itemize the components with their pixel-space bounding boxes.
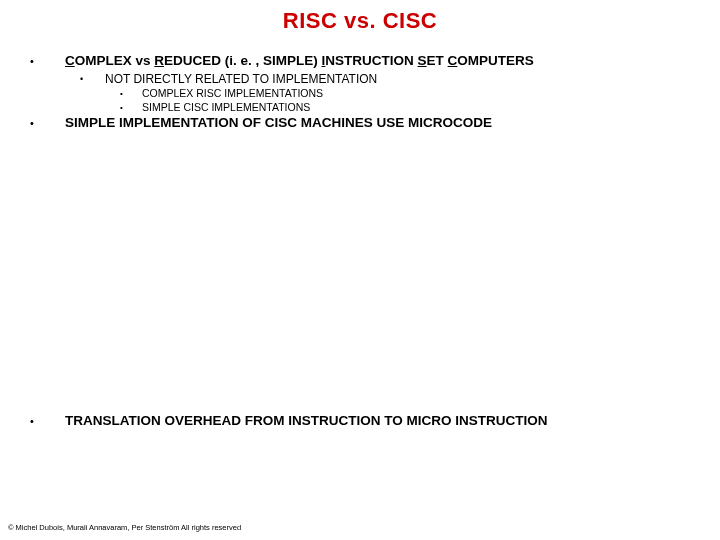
item-text: SIMPLE IMPLEMENTATION OF CISC MACHINES U… (65, 114, 492, 132)
item-text: NOT DIRECTLY RELATED TO IMPLEMENTATION (105, 72, 377, 88)
copyright-footer: © Michel Dubois, Murali Annavaram, Per S… (8, 523, 241, 532)
bullet-list-level3: • COMPLEX RISC IMPLEMENTATIONS • SIMPLE … (120, 87, 700, 114)
item-text: SIMPLE CISC IMPLEMENTATIONS (142, 101, 310, 115)
list-item: • COMPLEX RISC IMPLEMENTATIONS (120, 87, 700, 101)
bullet-list-level1: • TRANSLATION OVERHEAD FROM INSTRUCTION … (30, 412, 700, 430)
bullet-icon: • (80, 72, 105, 84)
spacer (20, 134, 700, 412)
list-item: • TRANSLATION OVERHEAD FROM INSTRUCTION … (30, 412, 700, 430)
bullet-icon: • (120, 87, 142, 98)
bullet-list-level2: • NOT DIRECTLY RELATED TO IMPLEMENTATION (80, 72, 700, 88)
bullet-icon: • (30, 412, 65, 427)
item-text: COMPLEX RISC IMPLEMENTATIONS (142, 87, 323, 101)
bullet-icon: • (30, 52, 65, 67)
bullet-list-level1: • SIMPLE IMPLEMENTATION OF CISC MACHINES… (30, 114, 700, 132)
item-text: TRANSLATION OVERHEAD FROM INSTRUCTION TO… (65, 412, 548, 430)
list-item: • COMPLEX vs REDUCED (i. e. , SIMPLE) IN… (30, 52, 700, 70)
bullet-icon: • (120, 101, 142, 112)
list-item: • SIMPLE IMPLEMENTATION OF CISC MACHINES… (30, 114, 700, 132)
bullet-icon: • (30, 114, 65, 129)
list-item: • NOT DIRECTLY RELATED TO IMPLEMENTATION (80, 72, 700, 88)
list-item: • SIMPLE CISC IMPLEMENTATIONS (120, 101, 700, 115)
item-text: COMPLEX vs REDUCED (i. e. , SIMPLE) INST… (65, 52, 534, 70)
slide: RISC vs. CISC • COMPLEX vs REDUCED (i. e… (0, 0, 720, 540)
slide-title: RISC vs. CISC (20, 8, 700, 34)
bullet-list-level1: • COMPLEX vs REDUCED (i. e. , SIMPLE) IN… (30, 52, 700, 70)
